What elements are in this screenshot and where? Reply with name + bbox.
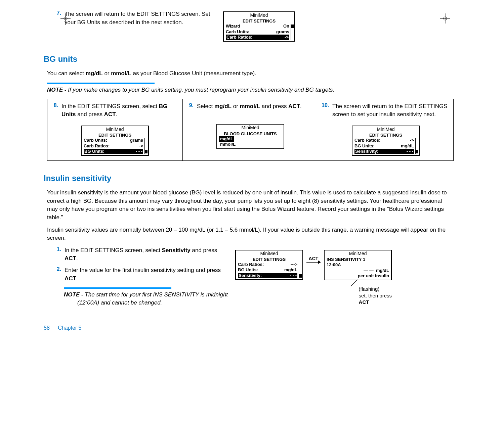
device-brand: MiniMed (224, 12, 294, 18)
crop-mark-icon (60, 13, 71, 24)
crop-mark-icon (440, 13, 450, 24)
device-scrollbar (144, 138, 148, 154)
note-block: NOTE - If you make changes to your BG un… (47, 83, 454, 94)
step-number: 8. (51, 102, 58, 108)
device-scrollbar (299, 262, 302, 278)
arrow-right-icon (306, 262, 321, 263)
act-arrow: ACT (306, 256, 321, 263)
device-title: INS SENSITIVITY 1 (327, 257, 389, 262)
option: mmol/L (219, 142, 237, 147)
note-label: NOTE - (64, 291, 85, 298)
step-text: In the EDIT SETTINGS screen, select Sens… (65, 246, 228, 263)
device-unit: mg/dL (376, 268, 389, 273)
step-text: The screen will return to the EDIT SETTI… (332, 102, 450, 119)
device-title: BLOOD GLUCOSE UNITS (217, 131, 284, 136)
step-text: Select mg/dL or mmol/L and press ACT. (197, 102, 302, 111)
option-selected: mg/dL (219, 136, 234, 142)
page-footer: 58 Chapter 5 (44, 325, 454, 331)
flash-instruction: (flashing) set, then press ACT (353, 286, 392, 306)
device-screen-edit-settings: MiniMed EDIT SETTINGS Carb Ratios:---> B… (235, 250, 303, 280)
steps-grid: 8. In the EDIT SETTINGS screen, select B… (47, 99, 454, 161)
chapter-label: Chapter 5 (58, 325, 81, 331)
step-number: 1. (54, 246, 61, 252)
device-screen-edit-settings: MiniMed EDIT SETTINGS WizardOn Carb Unit… (223, 11, 295, 42)
heading-insulin-sensitivity: Insulin sensitivity (44, 174, 113, 183)
step-text: The screen will return to the EDIT SETTI… (65, 10, 215, 27)
device-brand: MiniMed (236, 250, 302, 257)
pointer-line-icon (349, 279, 358, 288)
heading-bg-units: BG units (44, 54, 79, 64)
paragraph: Insulin sensitivity values are normally … (47, 226, 454, 242)
device-screen-edit-settings: MiniMed EDIT SETTINGS Carb Ratios:-> BG … (352, 126, 420, 156)
device-brand: MiniMed (325, 250, 391, 257)
step-number: 7. (54, 10, 61, 16)
device-brand: MiniMed (217, 125, 284, 131)
device-brand: MiniMed (352, 126, 419, 133)
note-block: NOTE - The start time for your first INS… (64, 287, 228, 307)
step-text: In the EDIT SETTINGS screen, select BG U… (61, 102, 179, 119)
note-rule (64, 287, 171, 289)
device-title: EDIT SETTINGS (82, 133, 148, 138)
device-value-dashes: — — (364, 268, 374, 273)
note-body: The start time for your first INS SENSIT… (77, 291, 228, 306)
svg-line-12 (351, 280, 358, 286)
device-scrollbar (415, 138, 418, 154)
device-screen-ins-sensitivity: MiniMed INS SENSITIVITY 1 12:00A — — mg/… (324, 250, 392, 280)
note-rule (47, 83, 155, 84)
paragraph: Your insulin sensitivity is the amount y… (47, 189, 454, 222)
act-label: ACT (309, 256, 319, 261)
device-title: EDIT SETTINGS (352, 133, 419, 138)
device-time: 12:00A (327, 262, 389, 268)
device-screen-edit-settings: MiniMed EDIT SETTINGS Carb Units:grams C… (81, 126, 149, 156)
device-brand: MiniMed (82, 126, 148, 133)
note-label: NOTE - (47, 87, 68, 93)
step-text: Enter the value for the first insulin se… (65, 266, 228, 283)
paragraph: You can select mg/dL or mmol/L as your B… (47, 69, 454, 78)
device-scrollbar (291, 24, 294, 40)
device-title: EDIT SETTINGS (236, 257, 302, 262)
device-unit-line: per unit insulin (327, 273, 389, 279)
step-number: 2. (54, 266, 61, 272)
step-number: 9. (186, 102, 194, 108)
note-body: If you make changes to your BG units set… (68, 87, 334, 93)
page-number: 58 (44, 325, 50, 331)
device-title: EDIT SETTINGS (224, 18, 294, 24)
step-number: 10. (322, 102, 329, 108)
device-screen-bg-units: MiniMed BLOOD GLUCOSE UNITS mg/dL mmol/L (216, 124, 284, 149)
